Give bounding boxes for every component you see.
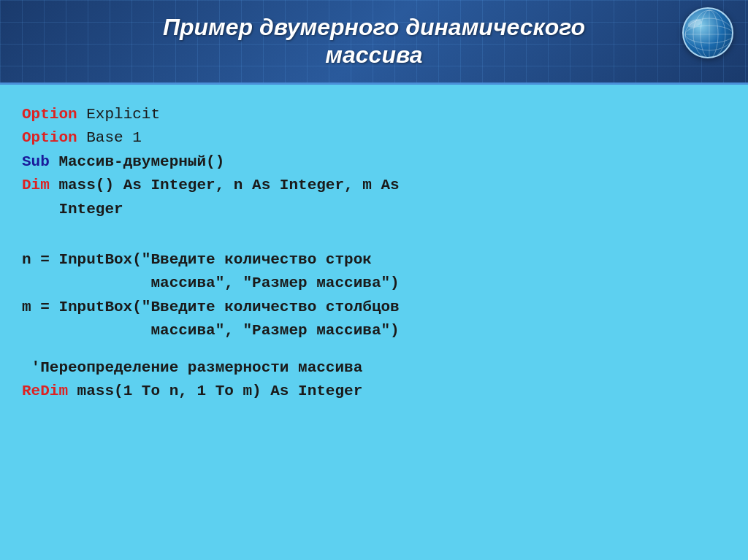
code-line3-rest: Массив-двумерный() (50, 153, 224, 170)
code-line-4: Dim mass() As Integer, n As Integer, m A… (22, 174, 726, 198)
globe-decoration (682, 7, 733, 58)
code-line-4-cont: Integer (22, 198, 726, 222)
code-line-6: m = InputBox("Введите количество столбцо… (22, 296, 726, 320)
code-comment: 'Переопределение размерности массива (22, 359, 362, 376)
code-line-6b: массива", "Размер массива") (22, 319, 726, 343)
code-line-8: ReDim mass(1 To n, 1 To m) As Integer (22, 380, 726, 404)
slide-container: Пример двумерного динамического массива (0, 0, 748, 560)
code-line4-rest: mass() As Integer, n As Integer, m As (50, 177, 400, 193)
spacer-3 (22, 343, 726, 356)
code-line-1: Option Explicit (22, 103, 726, 127)
keyword-redim: ReDim (22, 383, 68, 399)
slide-title: Пример двумерного динамического массива (163, 13, 585, 69)
code-block: Option Explicit Option Base 1 Sub Массив… (22, 103, 726, 404)
spacer-1 (22, 222, 726, 235)
code-line-5b: массива", "Размер массива") (22, 272, 726, 296)
code-line-2: Option Base 1 (22, 126, 726, 150)
code-line1-rest: Explicit (77, 106, 160, 123)
code-line5b-text: массива", "Размер массива") (22, 275, 400, 291)
code-line6-text: m = InputBox("Введите количество столбцо… (22, 299, 400, 315)
title-line2: массива (325, 42, 422, 68)
keyword-dim: Dim (22, 177, 50, 193)
spacer-2 (22, 235, 726, 248)
code-line6b-text: массива", "Размер массива") (22, 322, 400, 339)
keyword-option-base: Option (22, 129, 77, 146)
code-line2-rest: Base 1 (77, 129, 142, 146)
title-line1: Пример двумерного динамического (163, 14, 585, 40)
code-line-7: 'Переопределение размерности массива (22, 356, 726, 380)
keyword-option-explicit: Option (22, 106, 77, 123)
globe-icon (682, 7, 733, 58)
code-line8-rest: mass(1 To n, 1 To m) As Integer (68, 383, 362, 399)
content-area: Option Explicit Option Base 1 Sub Массив… (0, 85, 748, 560)
keyword-sub: Sub (22, 153, 50, 170)
code-line4-indent: Integer (22, 201, 123, 218)
code-line-3: Sub Массив-двумерный() (22, 150, 726, 174)
slide-header: Пример двумерного динамического массива (0, 0, 748, 85)
code-line5-text: n = InputBox("Введите количество строк (22, 251, 372, 268)
code-line-5: n = InputBox("Введите количество строк (22, 248, 726, 272)
